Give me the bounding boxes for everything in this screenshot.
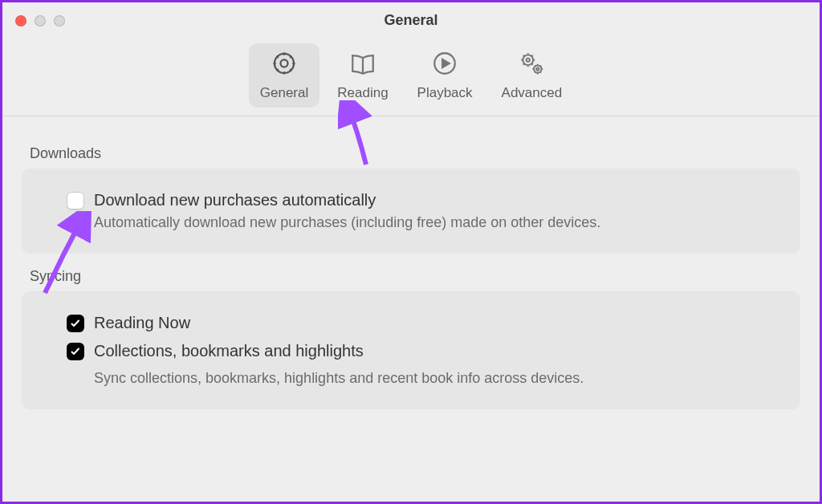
download-auto-label: Download new purchases automatically xyxy=(94,191,376,209)
svg-point-3 xyxy=(523,55,534,65)
reading-now-checkbox[interactable] xyxy=(67,315,84,332)
book-open-icon xyxy=(349,50,376,80)
collections-row: Collections, bookmarks and highlights xyxy=(67,342,770,360)
download-auto-row: Download new purchases automatically xyxy=(67,191,770,209)
svg-point-4 xyxy=(527,59,530,62)
play-circle-icon xyxy=(431,50,458,80)
gears-icon xyxy=(518,50,545,80)
close-button[interactable] xyxy=(15,15,26,26)
tab-toolbar: General Reading Playback xyxy=(2,39,820,116)
download-auto-description: Automatically download new purchases (in… xyxy=(94,214,770,231)
tab-general[interactable]: General xyxy=(249,43,319,108)
tab-reading-label: Reading xyxy=(337,85,388,101)
downloads-section-title: Downloads xyxy=(30,145,800,162)
window-title: General xyxy=(2,12,820,29)
downloads-panel: Download new purchases automatically Aut… xyxy=(22,169,800,254)
titlebar: General xyxy=(2,2,820,39)
tab-reading[interactable]: Reading xyxy=(326,43,399,108)
collections-checkbox[interactable] xyxy=(67,343,84,360)
syncing-panel: Reading Now Collections, bookmarks and h… xyxy=(22,291,800,409)
reading-now-label: Reading Now xyxy=(94,314,190,332)
preferences-window: General General Reading xyxy=(0,0,822,504)
reading-now-row: Reading Now xyxy=(67,314,770,332)
collections-label: Collections, bookmarks and highlights xyxy=(94,342,364,360)
gear-icon xyxy=(271,50,298,80)
syncing-description: Sync collections, bookmarks, highlights … xyxy=(94,370,770,387)
tab-playback-label: Playback xyxy=(417,85,473,101)
syncing-section-title: Syncing xyxy=(30,268,800,285)
tab-general-label: General xyxy=(260,85,308,101)
download-auto-checkbox[interactable] xyxy=(67,192,84,209)
minimize-button[interactable] xyxy=(35,15,46,26)
tab-advanced-label: Advanced xyxy=(502,85,563,101)
tab-advanced[interactable]: Advanced xyxy=(490,43,574,108)
content-area: Downloads Download new purchases automat… xyxy=(2,116,820,424)
tab-playback[interactable]: Playback xyxy=(406,43,484,108)
svg-point-6 xyxy=(537,68,539,71)
svg-point-0 xyxy=(280,59,287,67)
svg-point-1 xyxy=(275,54,294,73)
zoom-button[interactable] xyxy=(54,15,65,26)
traffic-lights xyxy=(15,15,65,26)
